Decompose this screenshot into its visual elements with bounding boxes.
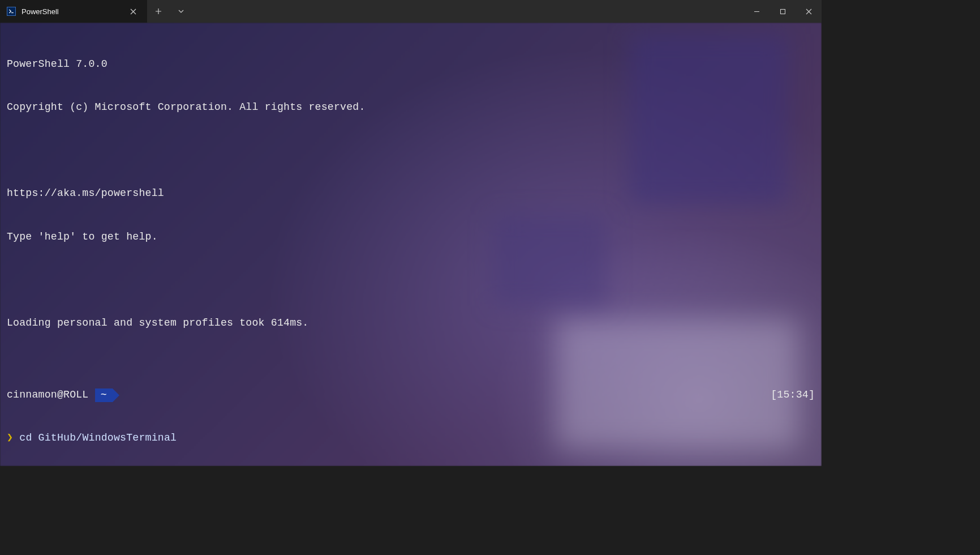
tab-close-button[interactable]: [127, 5, 139, 18]
maximize-button[interactable]: [770, 0, 796, 23]
prompt-user-host: cinnamon@ROLL: [7, 388, 89, 402]
new-tab-button[interactable]: [147, 0, 170, 23]
terminal-area[interactable]: PowerShell 7.0.0 Copyright (c) Microsoft…: [0, 23, 822, 466]
terminal-output: PowerShell 7.0.0 Copyright (c) Microsoft…: [0, 23, 822, 466]
window-controls: [743, 0, 822, 23]
header-profiles: Loading personal and system profiles too…: [7, 316, 309, 330]
prompt-time: [15:34]: [771, 388, 815, 402]
tab-powershell[interactable]: PowerShell: [0, 0, 147, 23]
svg-rect-0: [780, 9, 785, 14]
header-copyright: Copyright (c) Microsoft Corporation. All…: [7, 100, 366, 114]
header-help: Type 'help' to get help.: [7, 230, 158, 244]
prompt-path-segment: ~: [95, 388, 113, 402]
powershell-icon: [7, 7, 16, 16]
prompt-path: ~: [101, 388, 107, 402]
command-text: cd GitHub/WindowsTerminal: [19, 431, 177, 445]
terminal-window: PowerShell: [0, 0, 822, 466]
tabbar-buttons: [147, 0, 192, 23]
header-url: https://aka.ms/powershell: [7, 186, 164, 200]
titlebar-drag-area[interactable]: [192, 0, 743, 23]
titlebar: PowerShell: [0, 0, 822, 23]
close-button[interactable]: [796, 0, 822, 23]
tab-dropdown-button[interactable]: [170, 0, 192, 23]
prompt-caret: ❯: [7, 431, 19, 445]
tab-title: PowerShell: [22, 7, 121, 16]
header-version: PowerShell 7.0.0: [7, 57, 108, 71]
minimize-button[interactable]: [743, 0, 770, 23]
